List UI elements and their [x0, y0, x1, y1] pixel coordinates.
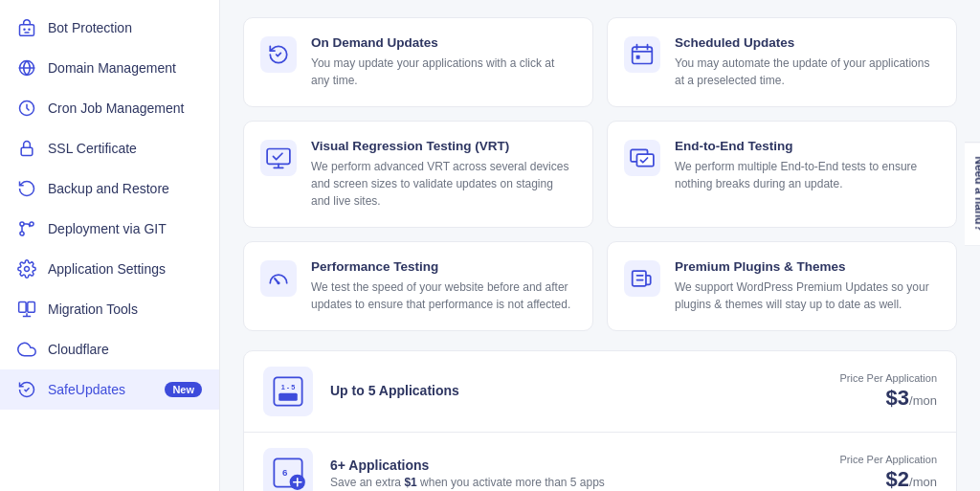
pricing-row-6plus: 6 6+ Applications Save an extra $1 when …	[244, 433, 956, 491]
price-label: Price Per Application	[840, 454, 938, 465]
new-badge: New	[165, 382, 202, 397]
backup-icon	[17, 179, 36, 198]
card-title: End-to-End Testing	[675, 139, 939, 153]
bot-icon	[17, 18, 36, 37]
card-title: On Demand Updates	[311, 35, 575, 50]
svg-rect-21	[260, 260, 297, 297]
svg-rect-13	[624, 36, 660, 73]
sidebar: Bot Protection Domain Management Cron Jo…	[0, 0, 220, 491]
lock-icon	[17, 139, 36, 158]
sidebar-item-migration[interactable]: Migration Tools	[0, 289, 219, 329]
sidebar-item-safeupdates[interactable]: SafeUpdates New	[0, 369, 219, 410]
svg-rect-15	[636, 56, 640, 59]
apps-6-plus-icon: 6	[263, 448, 313, 491]
sidebar-item-label: Domain Management	[48, 60, 176, 76]
price-amount: $3/mon	[840, 386, 938, 411]
monitor-icon	[259, 139, 298, 177]
card-premium-plugins: Premium Plugins & Themes We support Word…	[607, 241, 957, 331]
sidebar-item-backup[interactable]: Backup and Restore	[0, 168, 219, 209]
plugin-icon	[623, 259, 661, 298]
sidebar-item-label: Migration Tools	[48, 301, 138, 317]
svg-point-7	[20, 232, 24, 235]
card-scheduled-updates: Scheduled Updates You may automate the u…	[607, 17, 957, 107]
card-desc: You may update your applications with a …	[311, 55, 575, 89]
git-icon	[17, 219, 36, 238]
svg-rect-23	[624, 260, 660, 297]
sidebar-item-label: Bot Protection	[48, 20, 132, 35]
card-title: Scheduled Updates	[675, 35, 939, 50]
svg-point-1	[23, 28, 26, 31]
card-title: Visual Regression Testing (VRT)	[311, 139, 575, 153]
migration-icon	[17, 300, 36, 319]
svg-point-6	[20, 222, 24, 226]
circular-arrow-icon	[259, 35, 298, 74]
price-label: Price Per Application	[840, 372, 938, 384]
sidebar-item-cron-job[interactable]: Cron Job Management	[0, 88, 219, 128]
sidebar-item-label: Cron Job Management	[48, 100, 184, 116]
sidebar-item-label: SSL Certificate	[48, 141, 137, 156]
pricing-title: 6+ Applications	[330, 458, 840, 473]
sidebar-item-ssl[interactable]: SSL Certificate	[0, 128, 219, 168]
pricing-section: 1 - 5 Up to 5 Applications Price Per App…	[243, 350, 957, 491]
pricing-price-5: Price Per Application $3/mon	[840, 372, 938, 411]
card-title: Premium Plugins & Themes	[675, 259, 939, 274]
svg-point-22	[277, 281, 279, 284]
pricing-price-6plus: Price Per Application $2/mon	[840, 454, 938, 491]
svg-rect-28	[278, 393, 298, 401]
sidebar-item-deployment[interactable]: Deployment via GIT	[0, 209, 219, 249]
gauge-icon	[259, 259, 298, 298]
pricing-row-5: 1 - 5 Up to 5 Applications Price Per App…	[244, 351, 956, 433]
sidebar-item-app-settings[interactable]: Application Settings	[0, 249, 219, 289]
pricing-title: Up to 5 Applications	[330, 383, 840, 398]
sidebar-item-label: SafeUpdates	[48, 382, 125, 397]
svg-rect-29	[263, 448, 313, 491]
svg-point-9	[25, 267, 30, 272]
svg-rect-10	[19, 302, 27, 313]
sidebar-item-label: Backup and Restore	[48, 181, 169, 196]
globe-icon	[17, 58, 36, 78]
clock-icon	[17, 99, 36, 118]
svg-rect-11	[28, 302, 35, 313]
cloud-icon	[17, 340, 36, 359]
svg-text:1 - 5: 1 - 5	[281, 383, 296, 391]
settings-icon	[17, 259, 36, 279]
card-desc: You may automate the update of your appl…	[675, 55, 939, 89]
sidebar-item-label: Cloudflare	[48, 342, 109, 357]
card-desc: We perform multiple End-to-End tests to …	[675, 158, 939, 192]
card-e2e: End-to-End Testing We perform multiple E…	[607, 121, 957, 228]
apps-1-5-icon: 1 - 5	[263, 367, 313, 416]
svg-rect-5	[21, 147, 33, 155]
card-title: Performance Testing	[311, 259, 575, 274]
sidebar-item-label: Deployment via GIT	[48, 221, 167, 236]
features-grid: On Demand Updates You may update your ap…	[243, 17, 957, 331]
pricing-subtitle: Save an extra $1 when you activate more …	[330, 476, 840, 489]
sidebar-item-label: Application Settings	[48, 261, 166, 277]
svg-text:6: 6	[282, 467, 288, 478]
card-desc: We test the speed of your website before…	[311, 279, 575, 313]
sidebar-item-cloudflare[interactable]: Cloudflare	[0, 329, 219, 369]
card-desc: We perform advanced VRT across several d…	[311, 158, 575, 210]
e2e-icon	[623, 139, 661, 177]
calendar-icon	[623, 35, 661, 74]
svg-rect-0	[20, 25, 34, 36]
card-performance: Performance Testing We test the speed of…	[243, 241, 593, 331]
sidebar-item-bot-protection[interactable]: Bot Protection	[0, 8, 219, 48]
card-desc: We support WordPress Premium Updates so …	[675, 279, 939, 313]
card-on-demand-updates: On Demand Updates You may update your ap…	[243, 17, 593, 107]
card-vrt: Visual Regression Testing (VRT) We perfo…	[243, 121, 593, 228]
main-content: On Demand Updates You may update your ap…	[220, 0, 980, 491]
safeupdates-icon	[17, 380, 36, 399]
svg-point-2	[28, 28, 31, 31]
need-hand-tab[interactable]: Need a hand?	[966, 142, 981, 246]
price-amount: $2/mon	[840, 467, 938, 491]
sidebar-item-domain-management[interactable]: Domain Management	[0, 48, 219, 88]
